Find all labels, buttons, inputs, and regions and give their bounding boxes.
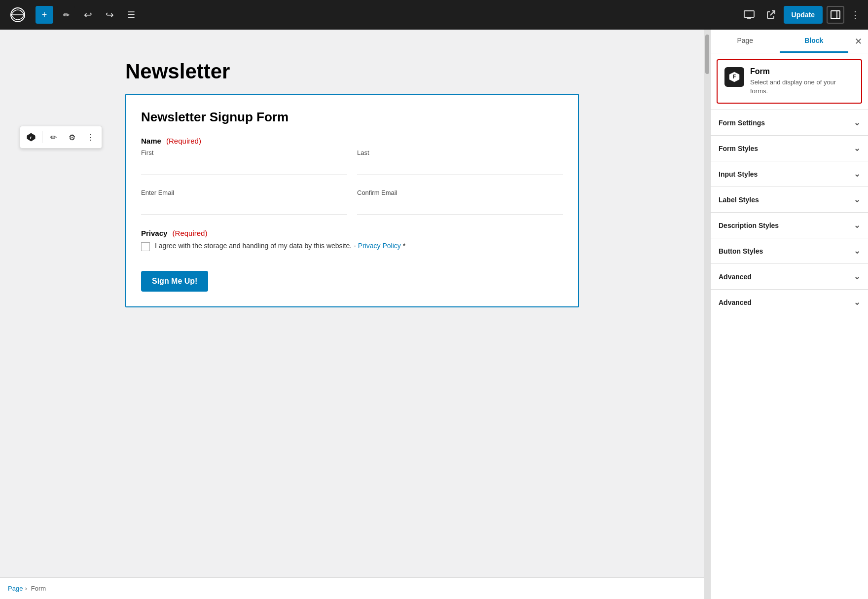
- accordion-header-advanced-1[interactable]: Advanced ⌄: [711, 264, 868, 289]
- accordion-label-button-styles: Button Styles: [719, 247, 763, 255]
- accordion-chevron-form-settings: ⌄: [854, 118, 860, 127]
- breadcrumb-separator: ›: [25, 585, 27, 592]
- block-name: Form: [750, 67, 854, 76]
- panel-toggle-button[interactable]: [827, 6, 844, 24]
- accordion-header-form-styles[interactable]: Form Styles ⌄: [711, 136, 868, 161]
- accordion-chevron-button-styles: ⌄: [854, 246, 860, 256]
- undo-button[interactable]: ↩: [79, 6, 97, 24]
- edit-button[interactable]: ✏: [57, 6, 75, 24]
- email-field-group: Enter Email Confirm Email: [141, 189, 563, 219]
- accordion-chevron-label-styles: ⌄: [854, 195, 860, 204]
- enter-email-col: Enter Email: [141, 189, 347, 219]
- sidebar-close-button[interactable]: ✕: [848, 32, 868, 51]
- confirm-email-input[interactable]: [357, 198, 563, 215]
- list-view-button[interactable]: ☰: [122, 6, 140, 24]
- email-row: Enter Email Confirm Email: [141, 189, 563, 219]
- accordion-item-button-styles: Button Styles ⌄: [711, 238, 868, 263]
- block-tool-form-button[interactable]: F: [22, 128, 40, 146]
- accordion-label-input-styles: Input Styles: [719, 170, 758, 178]
- sidebar: Page Block ✕ F Form Select and display o…: [710, 30, 868, 599]
- accordion-list: Form Settings ⌄ Form Styles ⌄ Input Styl…: [711, 110, 868, 315]
- form-submit-button[interactable]: Sign Me Up!: [141, 271, 208, 292]
- accordion-label-form-settings: Form Settings: [719, 119, 765, 127]
- privacy-field-group: Privacy (Required) I agree with the stor…: [141, 229, 563, 251]
- accordion-label-advanced-1: Advanced: [719, 273, 752, 281]
- update-button[interactable]: Update: [784, 6, 823, 24]
- block-tool-edit-button[interactable]: ✏: [44, 128, 62, 146]
- name-field-group: Name (Required) First Last: [141, 137, 563, 179]
- form-title: Newsletter Signup Form: [141, 110, 563, 125]
- wp-logo-button[interactable]: [6, 3, 30, 27]
- first-name-col: First: [141, 149, 347, 179]
- block-tool-settings-button[interactable]: ⚙: [63, 128, 81, 146]
- add-block-button[interactable]: +: [36, 6, 53, 24]
- editor-scroll-thumb: [705, 35, 709, 74]
- name-required: (Required): [166, 137, 201, 145]
- privacy-policy-link[interactable]: Privacy Policy: [358, 242, 401, 250]
- enter-email-input[interactable]: [141, 198, 347, 215]
- accordion-item-form-styles: Form Styles ⌄: [711, 135, 868, 161]
- accordion-chevron-input-styles: ⌄: [854, 169, 860, 179]
- accordion-chevron-advanced-1: ⌄: [854, 272, 860, 281]
- svg-line-5: [770, 11, 775, 15]
- accordion-label-label-styles: Label Styles: [719, 196, 759, 204]
- accordion-label-description-styles: Description Styles: [719, 222, 779, 229]
- privacy-required: (Required): [173, 229, 208, 237]
- redo-button[interactable]: ↪: [101, 6, 118, 24]
- editor-canvas: F ✏ ⚙ ⋮ Newsletter Newsletter Signup For…: [0, 30, 704, 577]
- svg-rect-6: [831, 11, 840, 19]
- tab-page[interactable]: Page: [711, 30, 780, 53]
- block-info-card: F Form Select and display one of your fo…: [717, 59, 862, 104]
- accordion-header-form-settings[interactable]: Form Settings ⌄: [711, 110, 868, 135]
- accordion-item-description-styles: Description Styles ⌄: [711, 212, 868, 238]
- privacy-checkbox-row: I agree with the storage and handling of…: [141, 241, 563, 251]
- last-name-input[interactable]: [357, 158, 563, 175]
- toolbar-divider-1: [42, 131, 42, 143]
- block-desc: Select and display one of your forms.: [750, 78, 854, 96]
- accordion-item-input-styles: Input Styles ⌄: [711, 161, 868, 187]
- external-link-button[interactable]: [762, 6, 780, 24]
- editor-area: F ✏ ⚙ ⋮ Newsletter Newsletter Signup For…: [0, 30, 704, 599]
- block-icon: F: [724, 67, 744, 87]
- privacy-checkbox[interactable]: [141, 242, 150, 251]
- editor-scrollbar[interactable]: [704, 30, 710, 599]
- block-info-text: Form Select and display one of your form…: [750, 67, 854, 96]
- accordion-label-form-styles: Form Styles: [719, 145, 758, 152]
- last-name-col: Last: [357, 149, 563, 179]
- more-options-button[interactable]: ⋮: [848, 9, 862, 21]
- breadcrumb-page-link[interactable]: Page: [8, 585, 23, 592]
- block-toolbar: F ✏ ⚙ ⋮: [20, 126, 102, 149]
- accordion-header-advanced-2[interactable]: Advanced ⌄: [711, 290, 868, 315]
- name-label: Name (Required): [141, 137, 563, 145]
- accordion-label-advanced-2: Advanced: [719, 299, 752, 306]
- page-title-area: Newsletter: [125, 59, 579, 84]
- tab-block[interactable]: Block: [780, 30, 849, 53]
- accordion-header-description-styles[interactable]: Description Styles ⌄: [711, 213, 868, 238]
- accordion-item-label-styles: Label Styles ⌄: [711, 187, 868, 212]
- first-sublabel: First: [141, 149, 347, 156]
- accordion-header-input-styles[interactable]: Input Styles ⌄: [711, 161, 868, 187]
- accordion-item-advanced-1: Advanced ⌄: [711, 263, 868, 289]
- sidebar-header: Page Block ✕: [711, 30, 868, 53]
- preview-desktop-button[interactable]: [740, 6, 758, 24]
- name-row: First Last: [141, 149, 563, 179]
- confirm-email-col: Confirm Email: [357, 189, 563, 219]
- accordion-chevron-advanced-2: ⌄: [854, 298, 860, 307]
- privacy-label: Privacy (Required): [141, 229, 563, 237]
- enter-email-sublabel: Enter Email: [141, 189, 347, 196]
- accordion-header-label-styles[interactable]: Label Styles ⌄: [711, 187, 868, 212]
- accordion-chevron-form-styles: ⌄: [854, 144, 860, 153]
- accordion-header-button-styles[interactable]: Button Styles ⌄: [711, 238, 868, 263]
- page-title: Newsletter: [125, 59, 579, 84]
- block-tool-more-button[interactable]: ⋮: [82, 128, 100, 146]
- last-sublabel: Last: [357, 149, 563, 156]
- privacy-checkbox-label: I agree with the storage and handling of…: [155, 241, 405, 251]
- svg-rect-2: [744, 11, 754, 17]
- svg-text:F: F: [30, 136, 33, 140]
- svg-text:F: F: [733, 74, 736, 79]
- breadcrumb-bar: Page › Form: [0, 577, 704, 599]
- breadcrumb-form: Form: [31, 585, 46, 592]
- accordion-item-form-settings: Form Settings ⌄: [711, 110, 868, 135]
- accordion-chevron-description-styles: ⌄: [854, 221, 860, 230]
- first-name-input[interactable]: [141, 158, 347, 175]
